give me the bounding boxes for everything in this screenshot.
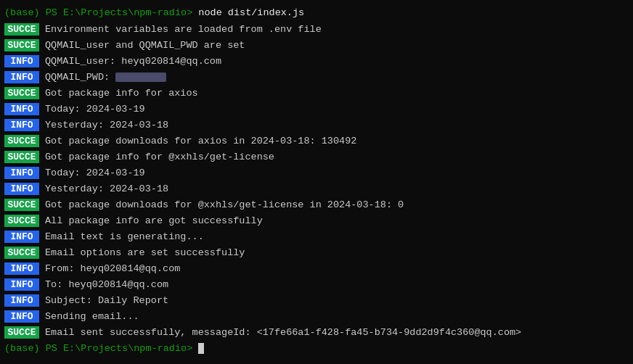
terminal: (base) PS E:\Projects\npm-radio> node di…: [0, 0, 633, 364]
log-message: Today: 2024-03-19: [45, 104, 145, 115]
log-row: SUCCEGot package downloads for @xxhls/ge…: [0, 197, 633, 212]
log-message: Today: 2024-03-19: [45, 167, 145, 178]
badge-succe: SUCCE: [4, 87, 39, 99]
log-row: INFOTo: heyq020814@qq.com: [0, 276, 633, 292]
log-message: Environment variables are loaded from .e…: [45, 24, 322, 35]
log-row: INFOQQMAIL_user: heyq020814@qq.com: [0, 53, 633, 69]
badge-info: INFO: [4, 103, 39, 115]
log-message: Yesterday: 2024-03-18: [45, 120, 168, 131]
log-row: INFOYesterday: 2024-03-18: [0, 117, 633, 133]
log-rows: SUCCEEnvironment variables are loaded fr…: [0, 21, 633, 340]
log-row: SUCCEQQMAIL_user and QQMAIL_PWD are set: [0, 37, 633, 53]
log-row: INFOEmail text is generating...: [0, 228, 633, 244]
log-message: Email options are set successfully: [45, 247, 245, 258]
log-row: SUCCEGot package info for @xxhls/get-lic…: [0, 149, 633, 165]
badge-succe: SUCCE: [4, 135, 39, 147]
log-message: Email sent successfully, messageId: <17f…: [45, 327, 521, 338]
log-message: To: heyq020814@qq.com: [45, 279, 168, 290]
badge-succe: SUCCE: [4, 199, 39, 211]
log-row: SUCCEGot package downloads for axios in …: [0, 133, 633, 149]
log-row: SUCCEEmail sent successfully, messageId:…: [0, 324, 633, 340]
log-message: Got package info for axios: [45, 88, 198, 99]
log-message: Subject: Daily Report: [45, 295, 168, 306]
log-message: Email text is generating...: [45, 231, 204, 242]
badge-succe: SUCCE: [4, 215, 39, 227]
badge-succe: SUCCE: [4, 39, 39, 51]
log-row: INFOFrom: heyq020814@qq.com: [0, 260, 633, 276]
log-message: All package info are got successfully: [45, 215, 263, 226]
badge-info: INFO: [4, 183, 39, 195]
badge-succe: SUCCE: [4, 247, 39, 259]
badge-info: INFO: [4, 310, 39, 323]
badge-info: INFO: [4, 119, 39, 131]
log-row: INFOToday: 2024-03-19: [0, 165, 633, 181]
log-message: QQMAIL_PWD:: [45, 72, 115, 83]
log-row: INFOYesterday: 2024-03-18: [0, 181, 633, 197]
cmd-prompt: (base) PS E:\Projects\npm-radio>: [4, 7, 192, 18]
redacted-value: [115, 73, 166, 82]
log-message: Sending email...: [45, 311, 139, 322]
log-message: Yesterday: 2024-03-18: [45, 183, 168, 194]
log-message: QQMAIL_user and QQMAIL_PWD are set: [45, 40, 245, 51]
log-message: QQMAIL_user: heyq020814@qq.com: [45, 56, 221, 67]
log-row: INFOSubject: Daily Report: [0, 292, 633, 308]
log-message: Got package downloads for @xxhls/get-lic…: [45, 199, 404, 210]
badge-succe: SUCCE: [4, 326, 39, 339]
badge-info: INFO: [4, 278, 39, 291]
log-row: INFOToday: 2024-03-19: [0, 101, 633, 117]
log-row: INFOSending email...: [0, 308, 633, 324]
badge-info: INFO: [4, 294, 39, 307]
badge-info: INFO: [4, 55, 39, 67]
log-row: SUCCEGot package info for axios: [0, 85, 633, 101]
badge-succe: SUCCE: [4, 151, 39, 163]
badge-info: INFO: [4, 71, 39, 83]
bottom-prompt-text: (base) PS E:\Projects\npm-radio>: [4, 343, 198, 354]
command-line: (base) PS E:\Projects\npm-radio> node di…: [0, 4, 633, 21]
log-message: Got package downloads for axios in 2024-…: [45, 136, 356, 146]
badge-info: INFO: [4, 167, 39, 179]
log-row: SUCCEEnvironment variables are loaded fr…: [0, 21, 633, 37]
log-message: From: heyq020814@qq.com: [45, 263, 180, 274]
badge-succe: SUCCE: [4, 23, 39, 36]
log-row: SUCCEAll package info are got successful…: [0, 212, 633, 228]
badge-info: INFO: [4, 262, 39, 275]
badge-info: INFO: [4, 231, 39, 243]
cursor: [198, 343, 204, 354]
cmd-text: node dist/index.js: [192, 7, 304, 18]
log-row: SUCCEEmail options are set successfully: [0, 244, 633, 260]
log-message: Got package info for @xxhls/get-license: [45, 152, 274, 162]
log-row: INFOQQMAIL_PWD:: [0, 69, 633, 85]
bottom-prompt-line: (base) PS E:\Projects\npm-radio>: [0, 340, 633, 357]
